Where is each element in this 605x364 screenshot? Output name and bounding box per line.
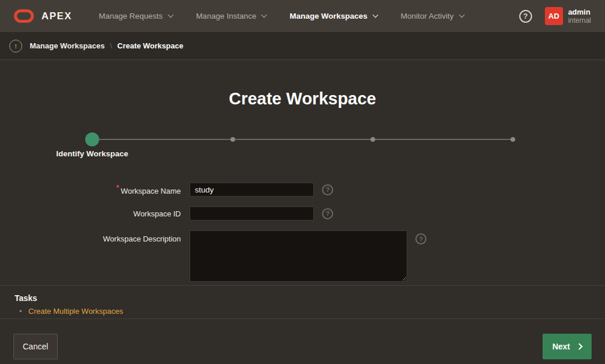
workspace-description-row: Workspace Description ? bbox=[0, 230, 605, 282]
nav-manage-requests[interactable]: Manage Requests bbox=[90, 7, 181, 25]
wizard-progress: Identify Workspace bbox=[0, 125, 605, 160]
list-item: • Create Multiple Workspaces bbox=[19, 307, 605, 316]
user-meta: admin internal bbox=[568, 8, 591, 25]
workspace-name-label-cell: *Workspace Name bbox=[0, 184, 181, 195]
chevron-down-icon bbox=[372, 12, 378, 18]
breadcrumb: ↑ Manage Workspaces \ Create Workspace bbox=[0, 32, 605, 60]
wizard-step-2 bbox=[230, 137, 235, 142]
breadcrumb-separator: \ bbox=[110, 41, 112, 50]
help-icon[interactable]: ? bbox=[519, 10, 532, 23]
workspace-id-row: Workspace ID ? bbox=[0, 206, 605, 220]
chevron-down-icon bbox=[167, 12, 173, 18]
cancel-button-label: Cancel bbox=[23, 342, 48, 351]
nav-monitor-activity[interactable]: Monitor Activity bbox=[393, 7, 472, 25]
workspace-id-label: Workspace ID bbox=[134, 209, 181, 218]
breadcrumb-manage-workspaces[interactable]: Manage Workspaces bbox=[30, 41, 104, 50]
required-marker: * bbox=[116, 184, 119, 192]
tasks-heading: Tasks bbox=[15, 293, 605, 303]
nav-manage-workspaces-label: Manage Workspaces bbox=[289, 12, 367, 20]
workspace-id-label-cell: Workspace ID bbox=[0, 209, 181, 218]
nav-manage-requests-label: Manage Requests bbox=[99, 12, 163, 20]
user-name: admin bbox=[568, 8, 591, 17]
workspace-description-textarea[interactable] bbox=[190, 230, 407, 282]
workspace-name-input[interactable] bbox=[190, 183, 314, 197]
next-button[interactable]: Next bbox=[543, 334, 592, 359]
wizard-step-4 bbox=[510, 137, 515, 142]
user-context: internal bbox=[568, 16, 591, 24]
wizard-step-1-current bbox=[85, 132, 99, 146]
avatar[interactable]: AD bbox=[545, 7, 563, 25]
navbar-left: APEX Manage Requests Manage Instance Man… bbox=[14, 7, 479, 25]
create-workspace-form: *Workspace Name ? Workspace ID ? Workspa… bbox=[0, 183, 605, 282]
page-title: Create Workspace bbox=[0, 60, 605, 109]
workspace-description-help-icon[interactable]: ? bbox=[415, 233, 426, 244]
workspace-id-control-cell: ? bbox=[181, 206, 605, 220]
workspace-name-help-icon[interactable]: ? bbox=[322, 184, 333, 195]
top-navbar: APEX Manage Requests Manage Instance Man… bbox=[0, 0, 605, 32]
nav-monitor-activity-label: Monitor Activity bbox=[401, 12, 454, 20]
nav-manage-instance[interactable]: Manage Instance bbox=[188, 7, 275, 25]
workspace-name-row: *Workspace Name ? bbox=[0, 183, 605, 197]
main-menu: Manage Requests Manage Instance Manage W… bbox=[90, 7, 478, 25]
nav-manage-instance-label: Manage Instance bbox=[196, 12, 257, 20]
tasks-region: Tasks • Create Multiple Workspaces bbox=[0, 285, 605, 318]
up-arrow-icon[interactable]: ↑ bbox=[9, 40, 22, 52]
next-button-label: Next bbox=[552, 342, 570, 351]
chevron-down-icon bbox=[261, 12, 267, 18]
main-content: Create Workspace Identify Workspace *Wor… bbox=[0, 60, 605, 285]
workspace-description-label: Workspace Description bbox=[103, 235, 181, 243]
tasks-list: • Create Multiple Workspaces bbox=[15, 307, 605, 316]
nav-manage-workspaces[interactable]: Manage Workspaces bbox=[281, 7, 385, 25]
workspace-name-control-cell: ? bbox=[181, 183, 605, 197]
breadcrumb-current-create-workspace: Create Workspace bbox=[117, 41, 183, 50]
wizard-current-step-label: Identify Workspace bbox=[34, 149, 151, 158]
workspace-id-help-icon[interactable]: ? bbox=[322, 208, 333, 219]
navbar-right: ? AD admin internal bbox=[519, 7, 591, 25]
workspace-name-label: Workspace Name bbox=[121, 187, 181, 195]
workspace-description-control-cell: ? bbox=[181, 230, 605, 282]
create-multiple-workspaces-link[interactable]: Create Multiple Workspaces bbox=[29, 307, 123, 316]
chevron-down-icon bbox=[459, 12, 464, 18]
wizard-footer: Cancel Next bbox=[0, 318, 605, 364]
brand-apex: APEX bbox=[41, 10, 72, 22]
oracle-logo-icon bbox=[14, 9, 34, 23]
wizard-step-3 bbox=[370, 137, 375, 142]
workspace-description-label-cell: Workspace Description bbox=[0, 230, 181, 243]
wizard-progress-line bbox=[92, 139, 513, 140]
workspace-id-input[interactable] bbox=[190, 206, 314, 220]
bullet-icon: • bbox=[19, 307, 22, 316]
cancel-button[interactable]: Cancel bbox=[13, 334, 58, 359]
chevron-right-icon bbox=[576, 343, 582, 349]
